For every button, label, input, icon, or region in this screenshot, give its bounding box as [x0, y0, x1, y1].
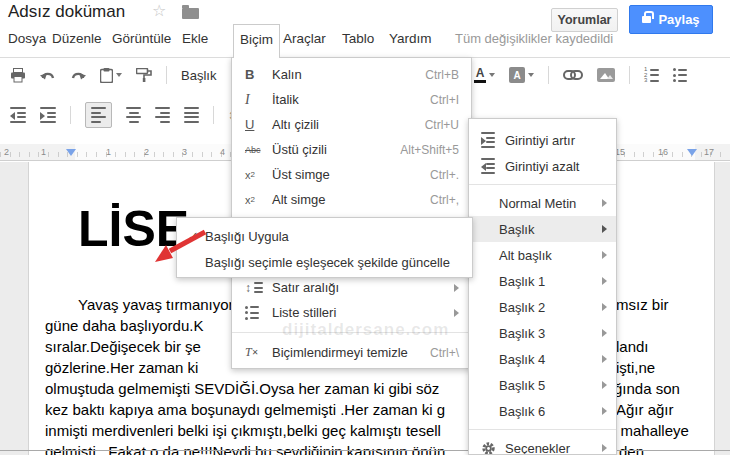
ruler-number: 16	[658, 147, 668, 157]
menu-ekle[interactable]: Ekle	[176, 27, 214, 50]
undo-icon[interactable]	[40, 69, 56, 81]
document-heading: LİSE	[78, 200, 189, 258]
menubar: Dosya Düzenle Görüntüle Ekle Biçim Araçl…	[0, 24, 730, 57]
ruler-number: 1	[106, 147, 111, 157]
strikethrough-icon: Abc	[245, 145, 272, 155]
submenu-item-heading3[interactable]: Başlık 3	[469, 320, 616, 346]
menu-duzenle[interactable]: Düzenle	[46, 27, 108, 50]
text-color-icon[interactable]: A	[474, 68, 495, 83]
submenu-item-increase-indent[interactable]: Girintiyi artır	[469, 127, 616, 153]
menu-item-subscript[interactable]: x2 Alt simge Ctrl+,	[232, 187, 471, 212]
submenu-item-decrease-indent[interactable]: Girintiyi azalt	[469, 153, 616, 179]
submenu-arrow-icon	[602, 355, 607, 363]
ruler-number: 3	[182, 147, 187, 157]
text-line: kez baktı kapıya ama boşunaydı gelmemişt…	[45, 401, 445, 418]
submenu-item-heading1[interactable]: Başlık 1	[469, 268, 616, 294]
highlight-color-icon[interactable]: A	[509, 67, 534, 83]
submenu-item-subtitle[interactable]: Alt başlık	[469, 242, 616, 268]
paste-format-icon[interactable]	[100, 68, 122, 83]
text-line-right: ğında son	[614, 380, 680, 397]
text-line-right: den	[619, 443, 644, 455]
right-indent-marker[interactable]	[687, 149, 697, 156]
numbered-list-icon[interactable]: 123	[644, 68, 659, 82]
menu-yardim[interactable]: Yardım	[383, 27, 438, 50]
increase-indent-icon[interactable]	[40, 107, 56, 123]
text-line-right: msız bir	[616, 296, 669, 313]
submenu-arrow-icon	[602, 381, 607, 389]
submenu-item-heading5[interactable]: Başlık 5	[469, 372, 616, 398]
menu-araclar[interactable]: Araçlar	[277, 27, 332, 50]
menu-bicim[interactable]: Biçim	[233, 24, 280, 58]
print-icon[interactable]	[10, 68, 26, 83]
menu-item-line-spacing[interactable]: ↕ Satır aralığı	[232, 275, 471, 300]
menu-tablo[interactable]: Tablo	[336, 27, 380, 50]
toolbar-divider	[213, 106, 214, 124]
left-indent-marker[interactable]	[66, 149, 76, 156]
save-status: Tüm değişiklikler kaydedildi	[455, 31, 613, 46]
text-line: Yavaş yavaş tırmanıyor	[78, 296, 234, 313]
heading-apply-popup: ✓ Başlığı Uygula Başlığı seçimle eşleşec…	[176, 217, 473, 278]
menu-item-list-styles[interactable]: Liste stilleri	[232, 300, 471, 325]
menu-goruntule[interactable]: Görüntüle	[106, 27, 177, 50]
submenu-arrow-icon	[602, 277, 607, 285]
paragraph-style-selector[interactable]: Başlık	[181, 68, 216, 83]
decrease-indent-icon	[481, 158, 505, 174]
insert-link-icon[interactable]	[563, 70, 583, 80]
submenu-arrow-icon	[602, 251, 607, 259]
insert-image-icon[interactable]	[597, 68, 615, 82]
list-styles-icon	[245, 306, 272, 320]
underline-icon: U	[245, 117, 272, 132]
ruler-number: 17	[704, 147, 714, 157]
text-line: gelmişti...Fakat o da ne!!!Neydi bu sevd…	[45, 443, 445, 455]
align-left-icon[interactable]	[85, 102, 112, 128]
ruler-number: 2	[4, 147, 9, 157]
submenu-item-heading6[interactable]: Başlık 6	[469, 398, 616, 424]
star-icon[interactable]: ☆	[152, 2, 166, 20]
menu-item-underline[interactable]: U Altı çizili Ctrl+U	[232, 112, 471, 137]
menu-item-clear-formatting[interactable]: T✕ Biçimlendirmeyi temizle Ctrl+\	[232, 340, 471, 365]
menu-divider	[232, 332, 471, 333]
submenu-item-heading4[interactable]: Başlık 4	[469, 346, 616, 372]
menu-item-bold[interactable]: B Kalın Ctrl+B	[232, 62, 471, 87]
ruler-number: 4	[220, 147, 225, 157]
popup-item-update-heading[interactable]: Başlığı seçimle eşleşecek şekilde güncel…	[177, 249, 472, 275]
submenu-arrow-icon	[602, 444, 607, 452]
submenu-arrow-icon	[602, 225, 607, 233]
submenu-arrow-icon	[602, 303, 607, 311]
line-spacing-icon: ↕	[245, 282, 272, 293]
gear-icon	[481, 441, 505, 455]
submenu-item-heading2[interactable]: Başlık 2	[469, 294, 616, 320]
bulleted-list-icon[interactable]	[673, 68, 687, 82]
folder-icon[interactable]	[182, 8, 199, 19]
menu-dosya[interactable]: Dosya	[2, 27, 52, 50]
paragraph-styles-submenu: Girintiyi artır Girintiyi azalt Normal M…	[468, 118, 617, 455]
text-line-right: n mahalleye	[608, 422, 689, 439]
format-menu: B Kalın Ctrl+B I İtalik Ctrl+I U Altı çi…	[231, 57, 472, 369]
menu-item-strikethrough[interactable]: Abc Üstü çizili Alt+Shift+5	[232, 137, 471, 162]
titlebar: Adsız doküman ☆ Yorumlar Paylaş	[0, 0, 730, 24]
increase-indent-icon	[481, 132, 505, 148]
text-line: sıralar.Değişecek bir şe	[45, 338, 201, 355]
menu-item-italic[interactable]: I İtalik Ctrl+I	[232, 87, 471, 112]
bottom-rule	[0, 450, 730, 451]
document-title[interactable]: Adsız doküman	[8, 2, 125, 22]
text-line: güne daha başlıyordu.K	[45, 317, 203, 334]
toolbar-divider	[166, 66, 167, 84]
redo-icon[interactable]	[70, 69, 86, 81]
align-justify-icon[interactable]	[184, 107, 199, 123]
checkmark-icon: ✓	[188, 229, 205, 244]
decrease-indent-icon[interactable]	[10, 107, 26, 123]
align-center-icon[interactable]	[126, 107, 141, 123]
submenu-arrow-icon	[454, 284, 459, 292]
submenu-arrow-icon	[602, 329, 607, 337]
align-right-icon[interactable]	[155, 107, 170, 123]
clear-formatting-icon: T✕	[245, 345, 272, 360]
submenu-item-options[interactable]: Seçenekler	[469, 435, 616, 455]
text-line-right: Ağır ağır	[616, 401, 674, 418]
submenu-item-normal-text[interactable]: Normal Metin	[469, 190, 616, 216]
submenu-item-title[interactable]: Başlık	[469, 216, 616, 242]
menu-item-superscript[interactable]: x2 Üst simge Ctrl+.	[232, 162, 471, 187]
paint-format-icon[interactable]	[136, 68, 152, 82]
popup-item-apply-heading[interactable]: ✓ Başlığı Uygula	[177, 223, 472, 249]
menu-divider	[469, 429, 616, 430]
